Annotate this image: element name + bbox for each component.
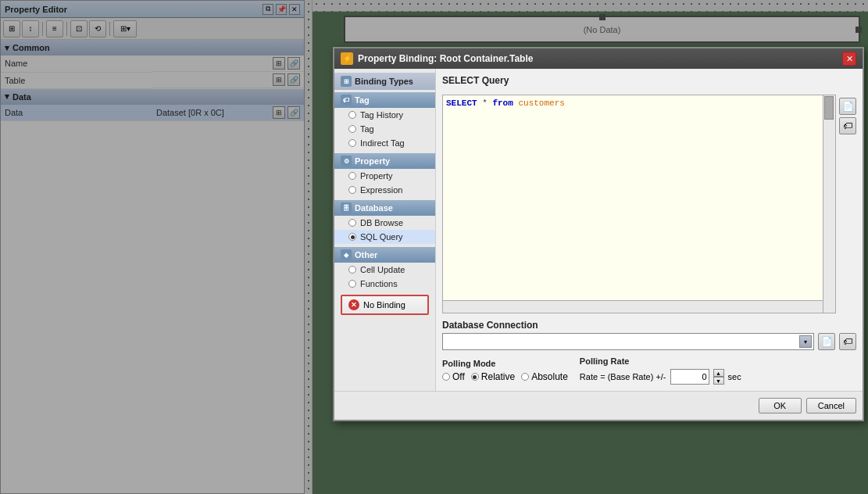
property-section: ⚙ Property Property Expression bbox=[334, 153, 435, 197]
rate-unit: sec bbox=[728, 372, 741, 381]
tag-section-header[interactable]: 🏷 Tag bbox=[334, 92, 435, 108]
poll-off-option[interactable]: Off bbox=[442, 371, 465, 382]
tag-label: Tag bbox=[360, 124, 374, 134]
sql-query-label: SQL Query bbox=[360, 232, 403, 242]
modal-overlay: ⚡ Property Binding: Root Container.Table… bbox=[0, 0, 868, 494]
poll-relative-label: Relative bbox=[481, 371, 515, 382]
database-section: 🗄 Database DB Browse SQL Query bbox=[334, 200, 435, 244]
database-section-header[interactable]: 🗄 Database bbox=[334, 200, 435, 216]
expression-radio[interactable] bbox=[348, 186, 356, 194]
dialog-titlebar: ⚡ Property Binding: Root Container.Table… bbox=[334, 48, 863, 69]
binding-types-icon: ⊞ bbox=[341, 76, 352, 87]
binding-types-panel: ⊞ Binding Types 🏷 Tag Tag History bbox=[334, 69, 436, 391]
property-label: Property bbox=[360, 171, 393, 181]
no-binding-label: No Binding bbox=[363, 300, 405, 310]
dialog-footer: OK Cancel bbox=[334, 391, 863, 420]
polling-mode-group: Polling Mode Off Relative bbox=[442, 359, 568, 382]
tag-history-label: Tag History bbox=[360, 110, 403, 120]
property-section-label: Property bbox=[355, 156, 390, 166]
tag-radio[interactable] bbox=[348, 125, 356, 133]
database-section-label: Database bbox=[355, 203, 393, 213]
dialog-title-icon: ⚡ bbox=[341, 52, 353, 65]
sql-scrollbar-h[interactable] bbox=[443, 300, 823, 313]
poll-absolute-option[interactable]: Absolute bbox=[521, 371, 568, 382]
db-dropdown-container: ▾ bbox=[442, 333, 814, 350]
ok-button[interactable]: OK bbox=[759, 398, 802, 413]
rate-spinner-up[interactable]: ▲ bbox=[713, 369, 724, 377]
functions-radio[interactable] bbox=[348, 280, 356, 288]
poll-off-radio[interactable] bbox=[442, 373, 450, 381]
poll-absolute-label: Absolute bbox=[531, 371, 568, 382]
cancel-button[interactable]: Cancel bbox=[806, 398, 856, 413]
rate-input[interactable] bbox=[670, 369, 709, 385]
poll-relative-option[interactable]: Relative bbox=[471, 371, 515, 382]
query-area: SELECT * from customers 📄 🏷 bbox=[442, 95, 856, 313]
property-option[interactable]: Property bbox=[334, 169, 435, 183]
poll-off-label: Off bbox=[452, 371, 465, 382]
binding-types-header: ⊞ Binding Types bbox=[334, 73, 435, 90]
x-icon: ✕ bbox=[348, 299, 359, 310]
poll-absolute-radio[interactable] bbox=[521, 373, 529, 381]
expression-option[interactable]: Expression bbox=[334, 183, 435, 197]
indirect-tag-option[interactable]: Indirect Tag bbox=[334, 136, 435, 150]
sql-query-option[interactable]: SQL Query bbox=[334, 230, 435, 244]
sql-keyword-from: from bbox=[492, 98, 513, 108]
tag-icon-btn[interactable]: 🏷 bbox=[839, 117, 856, 134]
sql-scrollbar-v[interactable] bbox=[823, 95, 835, 313]
db-connection-label: Database Connection bbox=[442, 320, 856, 331]
property-binding-dialog: ⚡ Property Binding: Root Container.Table… bbox=[333, 47, 864, 421]
tag-history-radio[interactable] bbox=[348, 111, 356, 119]
tag-section: 🏷 Tag Tag History Tag Indirect Tag bbox=[334, 92, 435, 150]
side-icons: 📄 🏷 bbox=[839, 95, 856, 313]
other-section-icon: ◆ bbox=[341, 249, 352, 260]
tag-option[interactable]: Tag bbox=[334, 122, 435, 136]
other-section-label: Other bbox=[355, 250, 377, 260]
no-binding-button[interactable]: ✕ No Binding bbox=[341, 295, 429, 315]
db-browse-btn[interactable]: 📄 bbox=[818, 333, 835, 350]
dialog-body: ⊞ Binding Types 🏷 Tag Tag History bbox=[334, 69, 863, 391]
db-browse-option[interactable]: DB Browse bbox=[334, 216, 435, 230]
cell-update-label: Cell Update bbox=[360, 265, 405, 274]
db-tag-btn[interactable]: 🏷 bbox=[839, 333, 856, 350]
db-connection-section: Database Connection ▾ 📄 🏷 bbox=[442, 320, 856, 350]
db-connection-row: ▾ 📄 🏷 bbox=[442, 333, 856, 350]
polling-section: Polling Mode Off Relative bbox=[442, 356, 856, 385]
functions-option[interactable]: Functions bbox=[334, 277, 435, 291]
polling-options: Off Relative Absolute bbox=[442, 371, 568, 382]
scrollbar-thumb-v bbox=[824, 96, 834, 120]
rate-row: Rate = (Base Rate) +/- ▲ ▼ sec bbox=[580, 369, 741, 385]
tag-section-icon: 🏷 bbox=[341, 95, 352, 106]
indirect-tag-label: Indirect Tag bbox=[360, 138, 405, 148]
rate-formula: Rate = (Base Rate) +/- bbox=[580, 372, 666, 381]
indirect-tag-radio[interactable] bbox=[348, 139, 356, 147]
functions-label: Functions bbox=[360, 279, 398, 288]
tag-section-label: Tag bbox=[355, 95, 370, 105]
dialog-close-button[interactable]: ✕ bbox=[842, 52, 856, 66]
db-dropdown-arrow[interactable]: ▾ bbox=[799, 335, 812, 348]
sql-table-name: customers bbox=[518, 98, 564, 108]
db-browse-label: DB Browse bbox=[360, 218, 403, 227]
polling-rate-group: Polling Rate Rate = (Base Rate) +/- ▲ ▼ … bbox=[580, 356, 741, 385]
rate-spinner: ▲ ▼ bbox=[713, 369, 724, 385]
other-section-header[interactable]: ◆ Other bbox=[334, 247, 435, 263]
database-section-icon: 🗄 bbox=[341, 202, 352, 213]
cell-update-radio[interactable] bbox=[348, 266, 356, 274]
sql-keyword-select: SELECT bbox=[446, 98, 477, 108]
sql-query-radio[interactable] bbox=[348, 233, 356, 241]
binding-types-label: Binding Types bbox=[355, 77, 413, 86]
dialog-content: SELECT Query SELECT * from customers bbox=[436, 69, 863, 391]
poll-relative-radio[interactable] bbox=[471, 373, 479, 381]
query-label: SELECT Query bbox=[442, 75, 856, 86]
polling-rate-label: Polling Rate bbox=[580, 356, 741, 366]
rate-spinner-down[interactable]: ▼ bbox=[713, 377, 724, 385]
property-section-header[interactable]: ⚙ Property bbox=[334, 153, 435, 169]
polling-mode-label: Polling Mode bbox=[442, 359, 568, 368]
property-radio[interactable] bbox=[348, 172, 356, 180]
tag-history-option[interactable]: Tag History bbox=[334, 108, 435, 122]
browse-tag-btn[interactable]: 📄 bbox=[839, 98, 856, 115]
db-browse-radio[interactable] bbox=[348, 219, 356, 227]
cell-update-option[interactable]: Cell Update bbox=[334, 263, 435, 277]
expression-label: Expression bbox=[360, 185, 402, 195]
sql-editor[interactable]: SELECT * from customers bbox=[442, 95, 836, 313]
dialog-title: Property Binding: Root Container.Table bbox=[358, 53, 842, 64]
